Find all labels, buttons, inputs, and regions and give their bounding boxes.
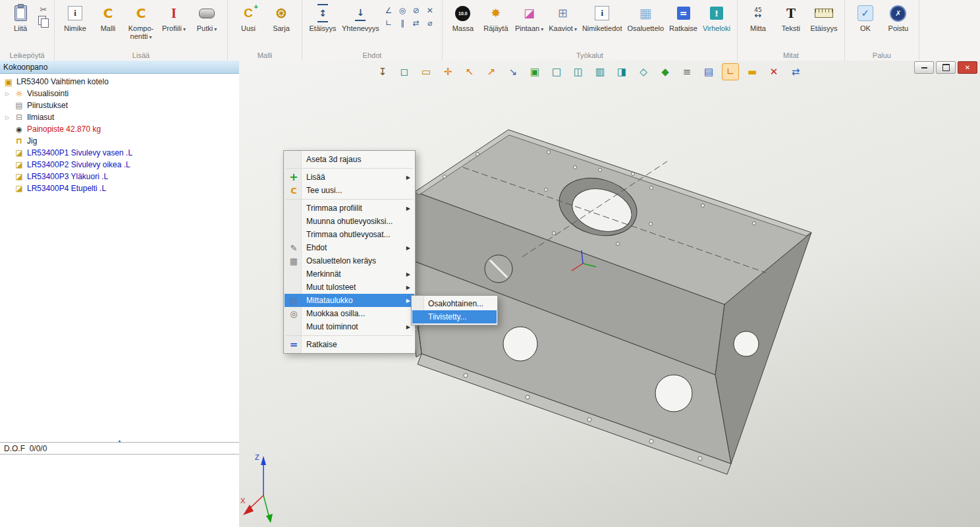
tree-item-lr53400p3-yl-kuori-l[interactable]: ◪LR53400P3 Yläkuori .L [0, 171, 239, 182]
menu-item-label: Muut tulosteet [306, 283, 404, 292]
osaluettelo-button[interactable]: ▦Osaluettelo [625, 2, 666, 34]
tree-item-ilmiasut[interactable]: ▷⊟Ilmiasut [0, 111, 239, 123]
sheetmetal-flange-icon[interactable]: ∟ [722, 63, 739, 80]
print-icon[interactable]: ▬ [744, 63, 761, 80]
table-blue-icon: ▦ [640, 7, 652, 20]
snap-edge-icon[interactable]: ↗ [483, 63, 500, 80]
pick-filter-icon[interactable]: ↘ [504, 63, 522, 80]
menu-item-mittataulukko[interactable]: ▤Mittataulukko▶ [285, 294, 414, 307]
equals-blue-icon: = [677, 7, 690, 20]
part-icon: ◪ [15, 173, 22, 180]
diameter-constraint-button[interactable]: ⌀ [424, 18, 436, 28]
tree-item-lr53400p2-sivulevy-oikea-l[interactable]: ◪LR53400P2 Sivulevy oikea .L [0, 159, 239, 171]
tree-item-label: Jig [27, 136, 37, 146]
tree-item-visualisointi[interactable]: ▷☼Visualisointi [0, 88, 239, 99]
uusi-button[interactable]: C+Uusi [232, 2, 264, 34]
kaaviot-button[interactable]: ⊞Kaaviot▾ [547, 2, 579, 35]
menu-item-aseta-3d-rajaus[interactable]: Aseta 3d rajaus [285, 153, 414, 166]
select-face-icon[interactable]: ▣ [526, 63, 543, 80]
cut-button[interactable]: ✂ [38, 4, 49, 14]
virheloki-label: Virheloki [703, 24, 730, 32]
uusi-label: Uusi [241, 24, 256, 32]
menu-item-osakohtainen[interactable]: Osakohtainen... [412, 297, 497, 310]
concentric-constraint-button[interactable]: ◎ [396, 5, 408, 16]
nimiketiedot-button[interactable]: iNimiketiedot [580, 2, 624, 34]
perpendicular-constraint-button[interactable]: ∟ [383, 18, 395, 28]
menu-item-tiivistetty[interactable]: Tiivistetty... [412, 310, 497, 323]
menu-item-ehdot[interactable]: ✎Ehdot▶ [285, 241, 414, 254]
restore-button[interactable] [936, 61, 956, 74]
c-plus-icon: C+ [244, 6, 253, 20]
submenu-arrow-icon: ▶ [406, 245, 410, 251]
copy-button[interactable] [38, 16, 49, 27]
tree-item-lr53400p1-sivulevy-vasen-l[interactable]: ◪LR53400P1 Sivulevy vasen .L [0, 147, 239, 159]
etaisyys-mitta-button[interactable]: Etäisyys [808, 2, 840, 34]
snap-vertex-icon[interactable]: ↖ [461, 63, 478, 80]
yhtenevyys-button[interactable]: ↓Yhtenevyys [340, 2, 381, 34]
pintaan-button[interactable]: ◪Pintaan▾ [513, 2, 545, 35]
tree-item-painopiste-42-870-kg[interactable]: ◉Painopiste 42.870 kg [0, 123, 239, 135]
tree-item-piirustukset[interactable]: ▤Piirustukset [0, 99, 239, 111]
liita-button[interactable]: Liitä [5, 2, 36, 34]
parallel-constraint-button[interactable]: ∥ [396, 18, 408, 28]
menu-item-label: Muokkaa osilla... [306, 309, 410, 318]
fence-select-icon[interactable]: ◻ [396, 63, 413, 80]
profiili-button[interactable]: IProfiili▾ [158, 2, 190, 35]
poistu-button[interactable]: ✗Poistu [883, 2, 914, 34]
massa-button[interactable]: 10.0Massa [447, 2, 479, 34]
expand-arrow-icon[interactable]: ▷ [5, 91, 14, 97]
notes-list-icon[interactable]: ≡ [678, 63, 695, 80]
pin-icon[interactable]: ↧ [374, 63, 391, 80]
angle-constraint-button[interactable]: ∠ [383, 5, 395, 16]
swap-constraint-button[interactable]: ⇄ [410, 18, 422, 28]
menu-item-ratkaise[interactable]: =Ratkaise [285, 338, 414, 351]
tree-item-jig[interactable]: ⊓Jig [0, 135, 239, 147]
ratkaise-button[interactable]: =Ratkaise [667, 2, 699, 34]
export-window-icon[interactable]: ⇄ [787, 63, 804, 80]
putki-button[interactable]: Putki▾ [191, 2, 223, 35]
snap-point-icon[interactable]: ✛ [439, 63, 456, 80]
rajayta-button[interactable]: ✸Räjäytä [480, 2, 512, 34]
nimike-button[interactable]: iNimike [59, 2, 91, 34]
expand-arrow-icon[interactable]: ▷ [5, 115, 14, 121]
mitta-button[interactable]: 45↔Mitta [742, 2, 774, 34]
komponentti-button[interactable]: CKompo-nentti▾ [125, 2, 157, 43]
view-cube-icon[interactable]: ◇ [635, 63, 652, 80]
minimize-button[interactable] [914, 61, 934, 74]
menu-item-trimmaa-ohutlevyosat[interactable]: Trimmaa ohutlevyosat... [285, 228, 414, 241]
sc-cross-icon: ✕ [427, 7, 433, 14]
menu-item-tee-uusi[interactable]: CTee uusi... [285, 184, 414, 197]
menu-item-muut-toiminnot[interactable]: Muut toiminnot▶ [285, 320, 414, 333]
minimize-icon [921, 67, 927, 69]
select-lines-icon[interactable]: ▥ [591, 63, 609, 80]
sarja-button[interactable]: ⊛Sarja [265, 2, 297, 34]
tangent-constraint-button[interactable]: ⊘ [410, 5, 422, 16]
teksti-label: Teksti [782, 24, 800, 32]
malli-button[interactable]: CMalli [92, 2, 124, 34]
menu-item-muunna-ohutlevyosiksi[interactable]: Muunna ohutlevyosiksi... [285, 215, 414, 228]
splitter-arrow-icon[interactable]: ▲ [118, 439, 122, 443]
virheloki-button[interactable]: !Virheloki [701, 2, 732, 34]
select-half-icon[interactable]: ◫ [570, 63, 587, 80]
menu-separator [286, 168, 413, 169]
menu-item-trimmaa-profiilit[interactable]: Trimmaa profiilit▶ [285, 202, 414, 215]
menu-item-osaluettelon-ker-ys[interactable]: ▦Osaluettelon keräys [285, 254, 414, 267]
delete-icon[interactable]: ✕ [765, 63, 782, 80]
tree-item-lr53400p4-etupelti-l[interactable]: ◪LR53400P4 Etupelti .L [0, 182, 239, 194]
copy-view-icon[interactable]: ▤ [700, 63, 717, 80]
copy-icon [38, 16, 49, 28]
teksti-button[interactable]: TTeksti [775, 2, 807, 34]
select-window-icon[interactable]: □ [548, 63, 565, 80]
select-fill-icon[interactable]: ◨ [613, 63, 630, 80]
cross-constraint-button[interactable]: ✕ [424, 5, 436, 16]
menu-item-lis[interactable]: +Lisää▶ [285, 171, 414, 184]
menu-item-muokkaa-osilla[interactable]: ◎Muokkaa osilla... [285, 307, 414, 320]
close-button[interactable]: ✕ [958, 61, 977, 74]
tree-item-lr53400-vaihtimen-kotelo[interactable]: ▣LR53400 Vaihtimen kotelo [0, 76, 239, 88]
menu-item-muut-tulosteet[interactable]: Muut tulosteet▶ [285, 281, 414, 294]
etaisyys-ehto-button[interactable]: ↕Etäisyys [307, 2, 339, 34]
menu-item-merkinn-t[interactable]: Merkinnät▶ [285, 267, 414, 281]
measure-icon[interactable]: ▭ [418, 63, 435, 80]
ok-button[interactable]: ✓OK [850, 2, 881, 34]
solid-cube-icon[interactable]: ◆ [657, 63, 674, 80]
